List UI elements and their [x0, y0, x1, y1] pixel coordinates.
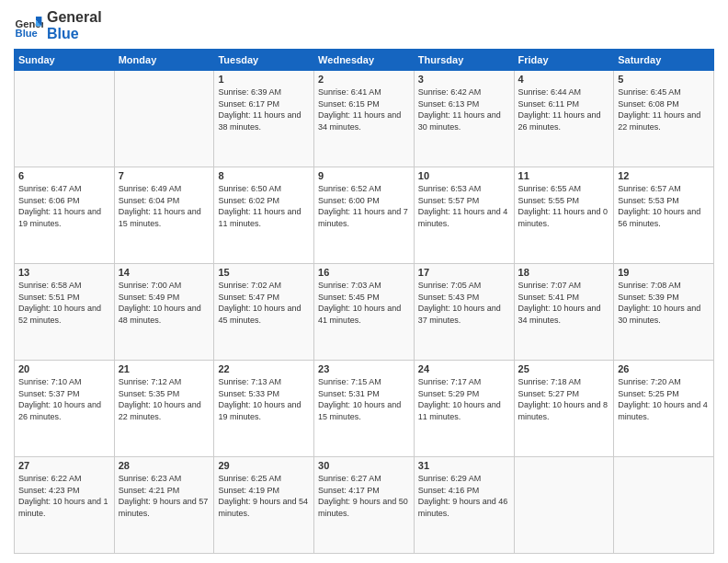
- day-content: Sunrise: 7:20 AM Sunset: 5:25 PM Dayligh…: [618, 376, 710, 422]
- calendar-cell: 22Sunrise: 7:13 AM Sunset: 5:33 PM Dayli…: [214, 361, 314, 457]
- calendar-cell: [514, 457, 614, 554]
- svg-text:Blue: Blue: [16, 27, 38, 38]
- calendar-cell: 26Sunrise: 7:20 AM Sunset: 5:25 PM Dayli…: [614, 361, 714, 457]
- weekday-header-sunday: Sunday: [15, 50, 115, 71]
- calendar-cell: 31Sunrise: 6:29 AM Sunset: 4:16 PM Dayli…: [414, 457, 514, 554]
- calendar-cell: 24Sunrise: 7:17 AM Sunset: 5:29 PM Dayli…: [414, 361, 514, 457]
- day-number: 24: [418, 363, 510, 374]
- calendar-cell: 19Sunrise: 7:08 AM Sunset: 5:39 PM Dayli…: [614, 264, 714, 361]
- calendar-cell: 18Sunrise: 7:07 AM Sunset: 5:41 PM Dayli…: [514, 264, 614, 361]
- day-number: 16: [318, 267, 410, 278]
- day-number: 21: [119, 363, 210, 374]
- day-content: Sunrise: 6:45 AM Sunset: 6:08 PM Dayligh…: [618, 86, 710, 132]
- day-content: Sunrise: 6:44 AM Sunset: 6:11 PM Dayligh…: [518, 86, 610, 132]
- day-content: Sunrise: 7:03 AM Sunset: 5:45 PM Dayligh…: [318, 280, 410, 326]
- day-number: 19: [618, 267, 710, 278]
- day-number: 15: [218, 267, 310, 278]
- day-number: 23: [318, 363, 410, 374]
- day-number: 8: [218, 170, 310, 181]
- day-content: Sunrise: 6:39 AM Sunset: 6:17 PM Dayligh…: [218, 86, 310, 132]
- calendar-cell: 17Sunrise: 7:05 AM Sunset: 5:43 PM Dayli…: [414, 264, 514, 361]
- day-number: 20: [18, 363, 110, 374]
- day-content: Sunrise: 7:07 AM Sunset: 5:41 PM Dayligh…: [518, 280, 610, 326]
- day-content: Sunrise: 7:18 AM Sunset: 5:27 PM Dayligh…: [518, 376, 610, 422]
- day-content: Sunrise: 6:52 AM Sunset: 6:00 PM Dayligh…: [318, 183, 410, 229]
- calendar-cell: 20Sunrise: 7:10 AM Sunset: 5:37 PM Dayli…: [15, 361, 115, 457]
- week-row-3: 13Sunrise: 6:58 AM Sunset: 5:51 PM Dayli…: [15, 264, 714, 361]
- day-number: 9: [318, 170, 410, 181]
- day-number: 27: [18, 460, 110, 471]
- day-number: 10: [418, 170, 510, 181]
- calendar-cell: 8Sunrise: 6:50 AM Sunset: 6:02 PM Daylig…: [214, 167, 314, 264]
- calendar-cell: 11Sunrise: 6:55 AM Sunset: 5:55 PM Dayli…: [514, 167, 614, 264]
- weekday-header-saturday: Saturday: [614, 50, 714, 71]
- day-number: 2: [318, 74, 410, 85]
- day-content: Sunrise: 7:02 AM Sunset: 5:47 PM Dayligh…: [218, 280, 310, 326]
- weekday-header-monday: Monday: [114, 50, 214, 71]
- day-number: 29: [218, 460, 310, 471]
- header: General Blue General Blue: [14, 9, 714, 41]
- weekday-header-thursday: Thursday: [414, 50, 514, 71]
- day-content: Sunrise: 6:42 AM Sunset: 6:13 PM Dayligh…: [418, 86, 510, 132]
- day-content: Sunrise: 7:17 AM Sunset: 5:29 PM Dayligh…: [418, 376, 510, 422]
- calendar-table: SundayMondayTuesdayWednesdayThursdayFrid…: [14, 49, 714, 554]
- day-content: Sunrise: 7:08 AM Sunset: 5:39 PM Dayligh…: [618, 280, 710, 326]
- day-content: Sunrise: 6:41 AM Sunset: 6:15 PM Dayligh…: [318, 86, 410, 132]
- day-content: Sunrise: 7:13 AM Sunset: 5:33 PM Dayligh…: [218, 376, 310, 422]
- day-content: Sunrise: 6:55 AM Sunset: 5:55 PM Dayligh…: [518, 183, 610, 229]
- calendar-cell: 9Sunrise: 6:52 AM Sunset: 6:00 PM Daylig…: [314, 167, 415, 264]
- day-number: 22: [218, 363, 310, 374]
- calendar-cell: 29Sunrise: 6:25 AM Sunset: 4:19 PM Dayli…: [214, 457, 314, 554]
- day-content: Sunrise: 6:53 AM Sunset: 5:57 PM Dayligh…: [418, 183, 510, 229]
- calendar-cell: 5Sunrise: 6:45 AM Sunset: 6:08 PM Daylig…: [614, 71, 714, 167]
- day-number: 18: [518, 267, 610, 278]
- logo: General Blue General Blue: [14, 9, 102, 41]
- calendar-cell: 1Sunrise: 6:39 AM Sunset: 6:17 PM Daylig…: [214, 71, 314, 167]
- calendar-cell: 15Sunrise: 7:02 AM Sunset: 5:47 PM Dayli…: [214, 264, 314, 361]
- day-number: 12: [618, 170, 710, 181]
- day-number: 25: [518, 363, 610, 374]
- day-number: 1: [218, 74, 310, 85]
- calendar-cell: 30Sunrise: 6:27 AM Sunset: 4:17 PM Dayli…: [314, 457, 415, 554]
- calendar-cell: 28Sunrise: 6:23 AM Sunset: 4:21 PM Dayli…: [114, 457, 214, 554]
- calendar-cell: 2Sunrise: 6:41 AM Sunset: 6:15 PM Daylig…: [314, 71, 415, 167]
- calendar-cell: 4Sunrise: 6:44 AM Sunset: 6:11 PM Daylig…: [514, 71, 614, 167]
- day-number: 30: [318, 460, 410, 471]
- day-number: 6: [18, 170, 110, 181]
- day-number: 5: [618, 74, 710, 85]
- calendar-cell: 3Sunrise: 6:42 AM Sunset: 6:13 PM Daylig…: [414, 71, 514, 167]
- week-row-1: 1Sunrise: 6:39 AM Sunset: 6:17 PM Daylig…: [15, 71, 714, 167]
- calendar-cell: [15, 71, 115, 167]
- calendar-cell: 14Sunrise: 7:00 AM Sunset: 5:49 PM Dayli…: [114, 264, 214, 361]
- day-number: 4: [518, 74, 610, 85]
- day-content: Sunrise: 6:58 AM Sunset: 5:51 PM Dayligh…: [18, 280, 110, 326]
- week-row-5: 27Sunrise: 6:22 AM Sunset: 4:23 PM Dayli…: [15, 457, 714, 554]
- day-content: Sunrise: 6:29 AM Sunset: 4:16 PM Dayligh…: [418, 473, 510, 519]
- weekday-header-row: SundayMondayTuesdayWednesdayThursdayFrid…: [15, 50, 714, 71]
- week-row-2: 6Sunrise: 6:47 AM Sunset: 6:06 PM Daylig…: [15, 167, 714, 264]
- day-content: Sunrise: 7:10 AM Sunset: 5:37 PM Dayligh…: [18, 376, 110, 422]
- calendar-cell: 21Sunrise: 7:12 AM Sunset: 5:35 PM Dayli…: [114, 361, 214, 457]
- day-number: 13: [18, 267, 110, 278]
- calendar-cell: 7Sunrise: 6:49 AM Sunset: 6:04 PM Daylig…: [114, 167, 214, 264]
- day-content: Sunrise: 6:57 AM Sunset: 5:53 PM Dayligh…: [618, 183, 710, 229]
- day-content: Sunrise: 6:22 AM Sunset: 4:23 PM Dayligh…: [18, 473, 110, 519]
- day-content: Sunrise: 6:23 AM Sunset: 4:21 PM Dayligh…: [119, 473, 210, 519]
- calendar-cell: 25Sunrise: 7:18 AM Sunset: 5:27 PM Dayli…: [514, 361, 614, 457]
- day-number: 3: [418, 74, 510, 85]
- weekday-header-friday: Friday: [514, 50, 614, 71]
- day-content: Sunrise: 6:49 AM Sunset: 6:04 PM Dayligh…: [119, 183, 210, 229]
- calendar-cell: 13Sunrise: 6:58 AM Sunset: 5:51 PM Dayli…: [15, 264, 115, 361]
- weekday-header-tuesday: Tuesday: [214, 50, 314, 71]
- day-content: Sunrise: 7:12 AM Sunset: 5:35 PM Dayligh…: [119, 376, 210, 422]
- calendar-cell: 12Sunrise: 6:57 AM Sunset: 5:53 PM Dayli…: [614, 167, 714, 264]
- day-content: Sunrise: 6:50 AM Sunset: 6:02 PM Dayligh…: [218, 183, 310, 229]
- logo-general: General: [47, 9, 102, 26]
- day-number: 28: [119, 460, 210, 471]
- calendar-cell: 16Sunrise: 7:03 AM Sunset: 5:45 PM Dayli…: [314, 264, 415, 361]
- page: General Blue General Blue SundayMondayTu…: [0, 0, 728, 563]
- day-content: Sunrise: 6:47 AM Sunset: 6:06 PM Dayligh…: [18, 183, 110, 229]
- calendar-cell: 10Sunrise: 6:53 AM Sunset: 5:57 PM Dayli…: [414, 167, 514, 264]
- calendar-cell: 27Sunrise: 6:22 AM Sunset: 4:23 PM Dayli…: [15, 457, 115, 554]
- weekday-header-wednesday: Wednesday: [314, 50, 415, 71]
